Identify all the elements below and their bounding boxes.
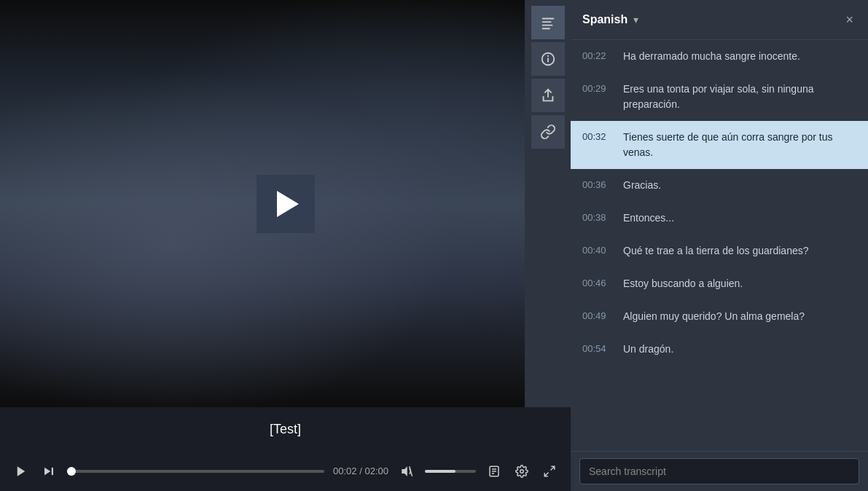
transcript-time: 00:54: [582, 342, 611, 354]
svg-rect-2: [541, 25, 552, 26]
transcript-time: 00:46: [582, 276, 611, 288]
skip-icon: [42, 465, 55, 478]
play-control-icon: [15, 465, 28, 478]
share-icon: [540, 87, 556, 103]
fullscreen-icon: [543, 465, 556, 478]
settings-button[interactable]: [512, 462, 531, 481]
total-time: 02:00: [364, 466, 388, 476]
volume-bar[interactable]: [425, 470, 476, 473]
svg-rect-1: [541, 21, 551, 23]
svg-point-6: [547, 55, 548, 57]
share-button[interactable]: [531, 79, 565, 112]
sidebar-icons-panel: [525, 0, 571, 407]
link-icon: [540, 124, 556, 140]
transcript-item[interactable]: 00:29Eres una tonta por viajar sola, sin…: [571, 73, 868, 121]
transcript-item[interactable]: 00:40Qué te trae a la tierra de los guar…: [571, 235, 868, 267]
transcript-text: Eres una tonta por viajar sola, sin ning…: [623, 82, 856, 112]
transcript-list-button[interactable]: [531, 6, 565, 39]
subtitle-text: [Test]: [270, 422, 301, 437]
language-selector[interactable]: Spanish ▾: [582, 13, 842, 26]
transcript-item[interactable]: 00:36Gracias.: [571, 169, 868, 202]
transcript-time: 00:36: [582, 178, 611, 190]
svg-rect-0: [541, 18, 554, 20]
transcript-item[interactable]: 00:46Estoy buscando a alguien.: [571, 267, 868, 300]
transcript-text: Alguien muy querido? Un alma gemela?: [623, 309, 805, 324]
svg-rect-9: [52, 467, 53, 475]
mute-icon: [400, 465, 413, 478]
svg-marker-10: [402, 466, 407, 476]
time-display: 00:02 / 02:00: [333, 466, 388, 476]
play-button[interactable]: [257, 175, 315, 233]
info-icon: [540, 51, 556, 67]
link-button[interactable]: [531, 115, 565, 149]
transcript-time: 00:38: [582, 211, 611, 223]
transcript-time: 00:40: [582, 243, 611, 256]
notes-button[interactable]: [485, 462, 504, 481]
svg-point-17: [520, 469, 524, 473]
subtitle-bar: [Test]: [0, 407, 571, 451]
video-area: [Test] 00:02 / 02:00: [0, 0, 571, 491]
transcript-text: Entonces...: [623, 211, 674, 226]
progress-thumb: [67, 467, 76, 476]
search-transcript-input[interactable]: [579, 458, 859, 484]
skip-button[interactable]: [39, 462, 58, 481]
controls-bar: 00:02 / 02:00: [0, 451, 571, 491]
transcript-text: Ha derramado mucha sangre inocente.: [623, 49, 800, 64]
transcript-time: 00:29: [582, 82, 611, 94]
transcript-item[interactable]: 00:38Entonces...: [571, 202, 868, 235]
settings-icon: [515, 465, 528, 478]
fullscreen-button[interactable]: [540, 462, 559, 481]
mute-button[interactable]: [397, 462, 416, 481]
svg-rect-3: [541, 28, 550, 29]
svg-rect-5: [547, 58, 549, 62]
info-button[interactable]: [531, 42, 565, 76]
close-transcript-button[interactable]: ×: [842, 9, 856, 31]
current-time: 00:02: [333, 466, 357, 476]
transcript-text: Un dragón.: [623, 342, 673, 357]
list-icon: [540, 15, 556, 31]
svg-marker-7: [17, 466, 26, 476]
transcript-item[interactable]: 00:54Un dragón.: [571, 333, 868, 366]
svg-line-19: [544, 472, 548, 476]
transcript-time: 00:49: [582, 309, 611, 321]
chevron-down-icon: ▾: [633, 14, 638, 25]
transcript-header: Spanish ▾ ×: [571, 0, 868, 40]
transcript-panel: Spanish ▾ × 00:22Ha derramado mucha sang…: [571, 0, 868, 491]
video-viewport: [0, 0, 571, 407]
transcript-item[interactable]: 00:22Ha derramado mucha sangre inocente.: [571, 40, 868, 73]
transcript-text: Estoy buscando a alguien.: [623, 276, 743, 291]
transcript-list[interactable]: 00:22Ha derramado mucha sangre inocente.…: [571, 40, 868, 451]
svg-line-12: [410, 466, 413, 476]
play-control-button[interactable]: [12, 462, 31, 481]
notes-icon: [488, 465, 501, 478]
transcript-item[interactable]: 00:32Tienes suerte de que aún corra sang…: [571, 121, 868, 169]
transcript-footer: [571, 451, 868, 491]
transcript-time: 00:22: [582, 49, 611, 61]
language-label: Spanish: [582, 13, 627, 26]
transcript-time: 00:32: [582, 130, 611, 142]
transcript-item[interactable]: 00:49Alguien muy querido? Un alma gemela…: [571, 300, 868, 333]
svg-line-18: [551, 466, 555, 470]
svg-marker-8: [44, 467, 50, 475]
transcript-text: Gracias.: [623, 178, 661, 193]
volume-fill: [425, 470, 455, 473]
transcript-text: Qué te trae a la tierra de los guardiane…: [623, 243, 809, 259]
transcript-text: Tienes suerte de que aún corra sangre po…: [623, 130, 856, 160]
progress-bar[interactable]: [67, 470, 324, 473]
